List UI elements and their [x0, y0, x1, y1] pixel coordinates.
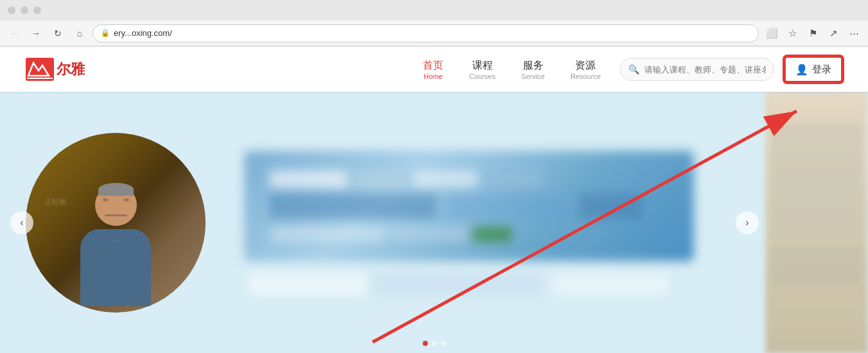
nav-service-cn: 服务 [523, 59, 544, 73]
share-button[interactable]: ↗ [824, 24, 842, 42]
prev-arrow-icon: ‹ [20, 217, 23, 228]
nav-item-courses[interactable]: 课程 Courses [469, 59, 495, 80]
refresh-button[interactable]: ↻ [49, 24, 67, 42]
user-icon: 👤 [795, 64, 808, 76]
prev-slide-button[interactable]: ‹ [10, 211, 33, 234]
nav-resource-en: Resource [571, 73, 601, 80]
forward-button[interactable]: → [27, 24, 45, 42]
nav-service-en: Service [521, 73, 545, 80]
browser-toolbar: ← → ↻ ⌂ 🔒 ery...oxing.com/ ⬜ ☆ ⚑ ↗ ⋯ [0, 21, 868, 46]
nav-courses-en: Courses [469, 73, 495, 80]
nav-item-home[interactable]: 首页 Home [423, 59, 443, 80]
browser-close-btn[interactable] [8, 6, 15, 14]
toolbar-icons: ⬜ ☆ ⚑ ↗ ⋯ [763, 24, 863, 42]
search-icon: 🔍 [628, 64, 639, 74]
dot-1[interactable] [423, 341, 428, 346]
nav-menu: 首页 Home 课程 Courses 服务 Service 资源 Resourc… [423, 59, 601, 80]
website: 尔雅 首页 Home 课程 Courses 服务 Service 资源 Reso… [0, 47, 868, 353]
next-slide-button[interactable]: › [736, 211, 759, 234]
banner-circle-image: 我不... 正红烧... ... [26, 133, 206, 313]
nav-resource-cn: 资源 [575, 59, 596, 73]
browser-titlebar [0, 0, 868, 21]
search-input[interactable] [644, 65, 766, 74]
banner-content: 我不... 正红烧... ... [0, 92, 868, 353]
login-button[interactable]: 👤 登录 [784, 56, 842, 82]
browser-min-btn[interactable] [21, 6, 28, 14]
nav-courses-cn: 课程 [472, 59, 493, 73]
banner-title-line1 [270, 170, 668, 188]
nav-item-service[interactable]: 服务 Service [521, 59, 545, 80]
nav-home-en: Home [424, 73, 443, 80]
nav-home-cn: 首页 [423, 59, 443, 73]
banner-area: 我不... 正红烧... ... [0, 92, 868, 353]
bookmark-button[interactable]: ☆ [783, 24, 801, 42]
slide-dots [423, 341, 446, 346]
nav-header: 尔雅 首页 Home 课程 Courses 服务 Service 资源 Reso… [0, 47, 868, 92]
lock-icon: 🔒 [101, 29, 110, 37]
logo-area: 尔雅 [26, 58, 85, 81]
banner-main-content [244, 151, 694, 295]
login-label: 登录 [812, 64, 831, 76]
nav-item-resource[interactable]: 资源 Resource [571, 59, 601, 80]
search-bar[interactable]: 🔍 [620, 58, 774, 81]
logo-text: 尔雅 [57, 60, 85, 79]
dot-3[interactable] [441, 341, 446, 346]
back-button[interactable]: ← [5, 24, 23, 42]
banner-title-block [244, 151, 694, 261]
url-text: ery...oxing.com/ [114, 28, 172, 38]
circle-text-top: 我不... [32, 142, 54, 153]
browser-max-btn[interactable] [33, 6, 41, 14]
browser-chrome: ← → ↻ ⌂ 🔒 ery...oxing.com/ ⬜ ☆ ⚑ ↗ ⋯ [0, 0, 868, 47]
reader-view-button[interactable]: ⬜ [763, 24, 781, 42]
banner-right-image [765, 92, 868, 353]
next-arrow-icon: › [745, 217, 748, 228]
dot-2[interactable] [432, 341, 437, 346]
home-button[interactable]: ⌂ [71, 24, 89, 42]
logo-icon [26, 58, 54, 81]
collections-button[interactable]: ⚑ [804, 24, 822, 42]
more-button[interactable]: ⋯ [845, 24, 863, 42]
address-bar[interactable]: 🔒 ery...oxing.com/ [93, 24, 759, 42]
